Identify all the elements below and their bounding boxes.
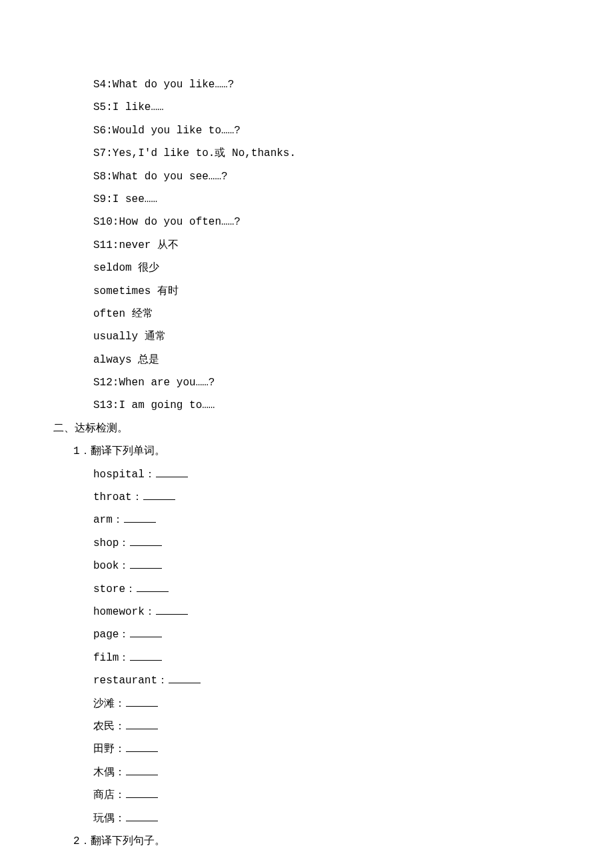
blank-line xyxy=(126,788,158,798)
vocab-item: hospital： xyxy=(53,463,560,486)
vocab-label: 木偶： xyxy=(93,767,125,779)
vocab-label: hospital： xyxy=(93,469,155,481)
vocab-item: arm： xyxy=(53,509,560,531)
dialogue-line: S6:Would you like to……? xyxy=(53,119,560,142)
vocab-label: book： xyxy=(93,560,129,572)
dialogue-line: S11:never 从不 xyxy=(53,234,560,257)
vocab-label: 商店： xyxy=(93,789,125,801)
blank-line xyxy=(126,719,158,729)
blank-line xyxy=(126,811,158,821)
vocab-item: store： xyxy=(53,578,560,601)
vocab-label: 沙滩： xyxy=(93,698,125,710)
section-heading: 二、达标检测。 xyxy=(53,417,560,440)
vocab-label: store： xyxy=(93,583,136,595)
vocab-item: throat： xyxy=(53,486,560,509)
vocab-label: homework： xyxy=(93,606,155,618)
vocab-item: 玩偶： xyxy=(53,807,560,830)
vocab-item: 田野： xyxy=(53,738,560,761)
dialogue-line: often 经常 xyxy=(53,303,560,325)
question-title: 1．翻译下列单词。 xyxy=(53,440,560,463)
blank-line xyxy=(130,627,162,637)
blank-line xyxy=(156,467,188,477)
vocab-item: 商店： xyxy=(53,784,560,807)
dialogue-line: S4:What do you like……? xyxy=(53,73,560,96)
vocab-item: 沙滩： xyxy=(53,693,560,715)
vocab-item: 木偶： xyxy=(53,761,560,784)
vocab-item: shop： xyxy=(53,532,560,555)
vocab-item: page： xyxy=(53,623,560,646)
dialogue-line: S7:Yes,I'd like to.或 No,thanks. xyxy=(53,142,560,165)
vocab-item: homework： xyxy=(53,601,560,623)
vocab-item: book： xyxy=(53,555,560,577)
dialogue-line: S13:I am going to…… xyxy=(53,394,560,417)
vocab-label: film： xyxy=(93,652,129,664)
dialogue-line: sometimes 有时 xyxy=(53,280,560,303)
blank-line xyxy=(126,742,158,752)
vocab-item: film： xyxy=(53,647,560,669)
blank-line xyxy=(126,765,158,775)
blank-line xyxy=(169,673,201,683)
blank-line xyxy=(130,535,162,545)
blank-line xyxy=(143,490,175,500)
blank-line xyxy=(130,650,162,660)
dialogue-line: seldom 很少 xyxy=(53,257,560,279)
vocab-label: shop： xyxy=(93,537,129,549)
vocab-label: page： xyxy=(93,629,129,641)
vocab-label: 田野： xyxy=(93,743,125,755)
dialogue-line: always 总是 xyxy=(53,349,560,371)
vocab-item: 农民： xyxy=(53,715,560,738)
vocab-item: restaurant： xyxy=(53,669,560,692)
dialogue-line: S8:What do you see……? xyxy=(53,165,560,188)
vocab-label: 农民： xyxy=(93,721,125,733)
dialogue-line: S12:When are you……? xyxy=(53,371,560,394)
vocab-label: restaurant： xyxy=(93,675,168,687)
page-content: S4:What do you like……? S5:I like…… S6:Wo… xyxy=(53,73,560,853)
dialogue-line: S5:I like…… xyxy=(53,96,560,119)
blank-line xyxy=(156,605,188,615)
vocab-label: throat： xyxy=(93,491,143,503)
blank-line xyxy=(126,696,158,706)
dialogue-line: S9:I see…… xyxy=(53,188,560,211)
question-title: 2．翻译下列句子。 xyxy=(53,830,560,853)
dialogue-line: usually 通常 xyxy=(53,325,560,348)
blank-line xyxy=(124,513,156,523)
blank-line xyxy=(130,559,162,569)
vocab-label: arm： xyxy=(93,514,123,526)
dialogue-line: S10:How do you often……? xyxy=(53,211,560,233)
blank-line xyxy=(137,581,169,591)
vocab-label: 玩偶： xyxy=(93,813,125,825)
